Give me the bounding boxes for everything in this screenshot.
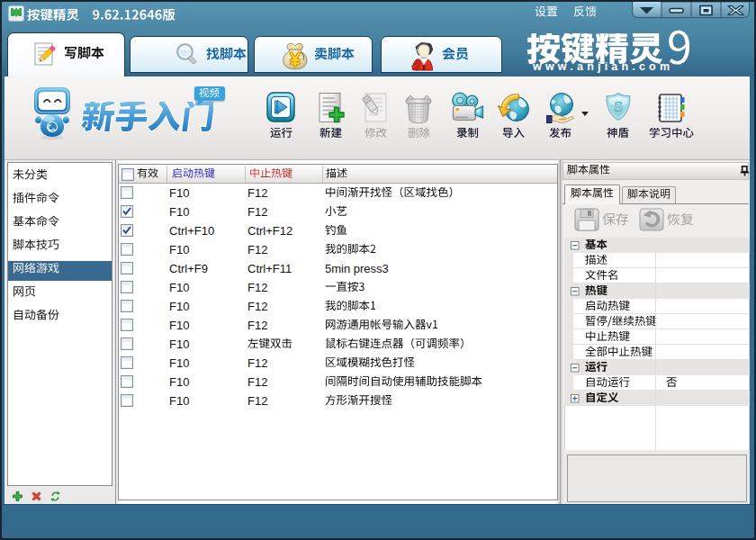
svg-text:S: S bbox=[614, 98, 622, 115]
